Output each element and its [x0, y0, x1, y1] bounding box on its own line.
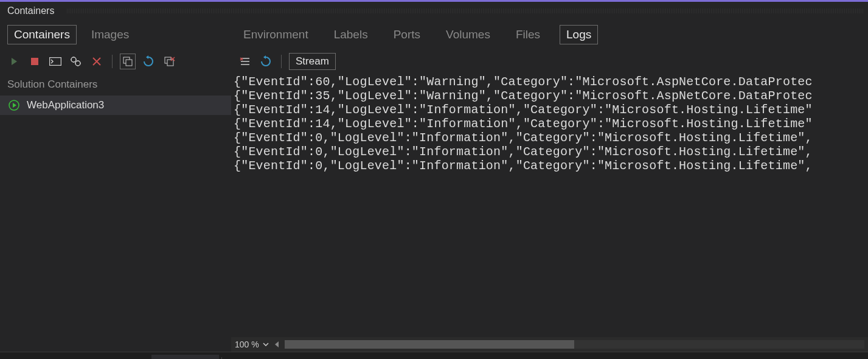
container-item-label: WebApplication3: [27, 99, 104, 111]
rtab-environment[interactable]: Environment: [237, 26, 314, 44]
left-tabs: Containers Images: [0, 20, 231, 49]
svg-point-3: [75, 61, 80, 66]
tab-containers[interactable]: Containers: [7, 25, 77, 44]
sidebar: Solution Containers WebApplication3: [0, 74, 231, 352]
rtab-labels[interactable]: Labels: [328, 26, 374, 44]
btab-containers[interactable]: Containers: [151, 355, 219, 359]
container-item[interactable]: WebApplication3: [0, 96, 231, 115]
delete-icon[interactable]: [89, 54, 105, 69]
right-tabs: Environment Labels Ports Volumes Files L…: [231, 21, 604, 48]
gear-icon[interactable]: [68, 54, 84, 69]
btab-package-manager[interactable]: Package Manager Console: [4, 355, 150, 359]
body-row: Solution Containers WebApplication3 {"Ev…: [0, 74, 868, 352]
rtab-files[interactable]: Files: [510, 26, 546, 44]
rtab-logs[interactable]: Logs: [560, 25, 598, 44]
stop-icon[interactable]: [27, 54, 43, 69]
btab-error-list[interactable]: Error List: [224, 355, 283, 359]
svg-rect-5: [126, 60, 132, 66]
sidebar-toolbar: [0, 50, 231, 73]
chevron-down-icon: [263, 343, 269, 346]
bottom-tabs: Package Manager Console Containers Error…: [0, 352, 868, 359]
refresh-icon[interactable]: [141, 54, 156, 69]
content-toolbar: Stream: [231, 49, 868, 74]
rtab-ports[interactable]: Ports: [387, 26, 426, 44]
wrap-icon[interactable]: [237, 54, 253, 69]
toolbar-row: Stream: [0, 49, 868, 74]
logs-output[interactable]: {"EventId":60,"LogLevel":"Warning","Cate…: [231, 74, 868, 337]
zoom-level-text: 100 %: [235, 340, 259, 349]
content-pane: {"EventId":60,"LogLevel":"Warning","Cate…: [231, 74, 868, 352]
tab-images[interactable]: Images: [85, 26, 135, 44]
refresh-logs-icon[interactable]: [258, 54, 274, 69]
svg-rect-0: [31, 58, 38, 65]
zoom-select[interactable]: 100 %: [235, 340, 269, 349]
toolbar-separator: [112, 55, 113, 68]
prune-icon[interactable]: [161, 54, 177, 69]
copy-icon[interactable]: [120, 54, 136, 69]
svg-rect-1: [50, 58, 61, 66]
horizontal-scrollbar[interactable]: [285, 340, 864, 349]
btab-output[interactable]: Output: [285, 355, 332, 359]
rtab-volumes[interactable]: Volumes: [440, 26, 496, 44]
header-row: Containers Images Environment Labels Por…: [0, 20, 868, 49]
panel-title: Containers: [0, 2, 868, 20]
stream-button[interactable]: Stream: [289, 53, 336, 70]
scroll-left-icon[interactable]: [274, 341, 280, 348]
toolbar-separator: [281, 55, 282, 68]
svg-point-2: [71, 57, 76, 62]
play-icon[interactable]: [6, 54, 22, 69]
zoom-bar: 100 %: [231, 337, 868, 352]
running-icon: [9, 100, 19, 111]
terminal-icon[interactable]: [47, 54, 63, 69]
svg-rect-7: [167, 60, 173, 66]
sidebar-section-label: Solution Containers: [0, 74, 231, 96]
panel-title-text: Containers: [7, 5, 54, 16]
